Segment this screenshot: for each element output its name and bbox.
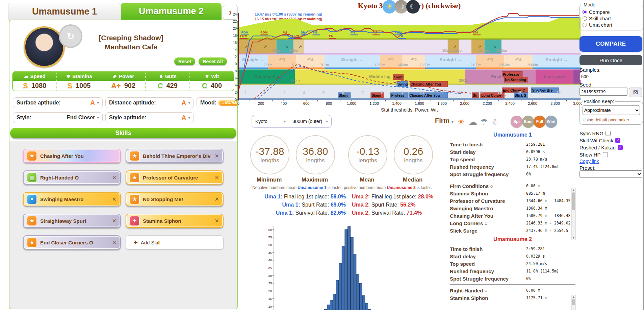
checkbox-skill-wit-check[interactable]: Skill Wit Check✓ (579, 137, 623, 144)
distance-aptitude-value: A (181, 99, 186, 107)
lengths-circle-maximum: 36.80lengths (296, 135, 335, 174)
season-wint[interactable]: Wint (545, 116, 557, 128)
remove-skill-icon[interactable]: ✕ (112, 239, 117, 246)
svg-text:800: 800 (326, 101, 332, 105)
mode-option-skill-chart[interactable]: Skill chart (583, 15, 640, 22)
uma1-stat-row: Spot Struggle frequency0% (450, 170, 575, 178)
stats-value-row: S1080S1005A+902C429C400 (13, 81, 234, 91)
lengths-value: 0.26 (404, 146, 423, 157)
run-once-button[interactable]: Run Once (579, 55, 642, 65)
samples-input[interactable] (579, 73, 642, 80)
skill-chip[interactable]: ✦Swinging Maestro✕ (23, 192, 121, 206)
mode-option-uma-chart[interactable]: Uma chart (583, 22, 640, 28)
time-night-icon[interactable]: ☾ (406, 0, 420, 14)
position-keep-select[interactable]: Approximate (583, 105, 640, 115)
remove-skill-icon[interactable]: ✕ (112, 196, 117, 202)
svg-text:PDM: PDM (260, 30, 267, 34)
svg-text:11: 11 (439, 90, 443, 95)
weather-cloudy-icon[interactable]: ☁ (469, 117, 477, 127)
radio-icon (583, 16, 587, 21)
stat-value-stamina[interactable]: S1005 (57, 81, 101, 91)
weather-sunny-icon[interactable]: ☀ (457, 117, 465, 127)
remove-skill-icon[interactable]: ✕ (215, 196, 220, 202)
tab-umamusume-2[interactable]: Umamusume 2 (121, 3, 222, 20)
svg-text:15: 15 (268, 297, 272, 301)
uma2-skill-distances-list[interactable]: Right-Handed ○0.00 mStamina Siphon1175.7… (450, 287, 575, 303)
style-aptitude-select[interactable]: Style aptitude: A ▾ (105, 112, 194, 123)
skill-chip[interactable]: ★Straightaway Spurt✕ (23, 214, 121, 228)
ground-condition-select[interactable]: Firm ▾ (435, 117, 453, 125)
stat-value-speed[interactable]: S1080 (13, 81, 57, 91)
compare-button[interactable]: COMPARE (579, 36, 642, 52)
remove-skill-icon[interactable]: ✕ (112, 218, 117, 224)
season-fall[interactable]: Fall (534, 116, 546, 128)
remove-skill-icon[interactable]: ✕ (112, 174, 117, 181)
svg-text:261m: 261m (263, 63, 273, 67)
style-aptitude-label: Style aptitude: (109, 115, 179, 121)
lengths-circle-median: 0.26lengths (394, 135, 433, 174)
add-skill-button[interactable]: +Add Skill (126, 235, 224, 249)
svg-text:DH: DH (301, 30, 305, 34)
random-seed-button[interactable]: ⚄ (629, 88, 642, 97)
mode-option-compare[interactable]: Compare (583, 9, 640, 15)
time-twilight-icon[interactable]: ☽ (394, 0, 408, 14)
remove-skill-icon[interactable]: ✕ (215, 153, 220, 159)
uma1-rate-line: Uma 1: Final leg 1st place: 59.0% (249, 193, 346, 201)
track-select[interactable]: Kyoto▾ (252, 115, 289, 128)
heart-icon (66, 74, 71, 78)
stat-value-power[interactable]: A+902 (101, 81, 146, 91)
uma1-skill-list-scrollbar[interactable]: ▲▼ (571, 188, 576, 240)
svg-text:Chasing After You: Chasing After You (409, 93, 440, 97)
skill-icon: ★ (27, 237, 37, 248)
season-spr[interactable]: Spr (511, 116, 523, 128)
surface-aptitude-select[interactable]: Surface aptitude: A ▾ (13, 97, 103, 108)
skills-section-header: Skills (10, 128, 236, 138)
mood-select[interactable]: Mood: →NORMAL (197, 97, 236, 108)
reset-all-button[interactable]: Reset All (199, 57, 227, 65)
uma1-skill-distances-list[interactable]: Firm Conditions ○0.00 mStamina Siphon885… (450, 182, 575, 234)
lengths-unit: lengths (261, 157, 279, 164)
skill-chip[interactable]: ✦Stamina Siphon✕ (126, 214, 224, 228)
copy-link[interactable]: Copy link (579, 159, 599, 164)
skill-name: Straightaway Spurt (40, 218, 109, 224)
checkbox-rushed-kakari[interactable]: Rushed / Kakari✓ (579, 144, 623, 151)
checkbox-show-hp[interactable]: Show HP (579, 151, 623, 158)
stat-header-wit: Wit (190, 72, 234, 81)
outfit-swap-icon[interactable]: ↻ (59, 24, 82, 48)
time-day-icon[interactable]: ☀ (383, 0, 396, 14)
season-sum[interactable]: Sum (522, 116, 534, 128)
svg-text:2175m: 2175m (479, 48, 490, 52)
svg-text:Middle leg: Middle leg (369, 74, 391, 79)
weather-rainy-icon[interactable]: ☂ (480, 117, 488, 127)
pacemaker-note: Using default pacemaker (583, 118, 640, 122)
uma1-rate-line: Uma 1: Spurt Rate: 69.0% (249, 201, 346, 209)
svg-text:Swing: Swing (394, 75, 405, 79)
tab-umamusume-1[interactable]: Umamusume 1 (8, 3, 121, 20)
checkbox-sync-rng[interactable]: Sync RNG (579, 130, 623, 137)
skill-chip[interactable]: ★No Stopping Me!✕ (126, 192, 224, 206)
uma2-stats-list: Time to finish2:59.281Start delay0.0329 … (450, 245, 575, 282)
distance-select[interactable]: 3000m (outer)▾ (289, 115, 332, 128)
skill-chip[interactable]: ★Behold Thine Emperor's Div✕ (126, 149, 224, 163)
uma2-stat-row: Rushed frequency11.8% (114.5m) (450, 267, 575, 275)
svg-text:10: 10 (233, 62, 237, 66)
weather-snowy-icon[interactable]: ☃ (491, 117, 498, 127)
stat-value-guts[interactable]: C429 (146, 81, 190, 91)
skill-chip[interactable]: ★End Closer Corners O✕ (23, 235, 121, 249)
stat-value-wit[interactable]: C400 (190, 81, 234, 91)
preset-select[interactable] (579, 170, 642, 178)
seed-input[interactable] (579, 88, 627, 96)
avatar[interactable] (24, 26, 65, 68)
skill-chip[interactable]: ▤Right-Handed O✕ (23, 170, 121, 185)
distance-aptitude-select[interactable]: Distance aptitude: A ▾ (105, 97, 194, 108)
skill-chip[interactable]: ★Chasing After You (23, 149, 121, 163)
style-select[interactable]: Style: End Closer ▾ (13, 112, 103, 123)
skill-chip[interactable]: ★Professor of Curvature✕ (126, 170, 224, 185)
uma2-skill-list-scrollbar[interactable]: ▲ (571, 295, 576, 310)
svg-text:1950m: 1950m (454, 48, 464, 52)
svg-text:Last spurt: Last spurt (544, 74, 565, 79)
preset-label: Preset: (579, 165, 596, 171)
remove-skill-icon[interactable]: ✕ (215, 174, 220, 181)
reset-button[interactable]: Reset (174, 57, 195, 65)
remove-skill-icon[interactable]: ✕ (215, 218, 220, 224)
